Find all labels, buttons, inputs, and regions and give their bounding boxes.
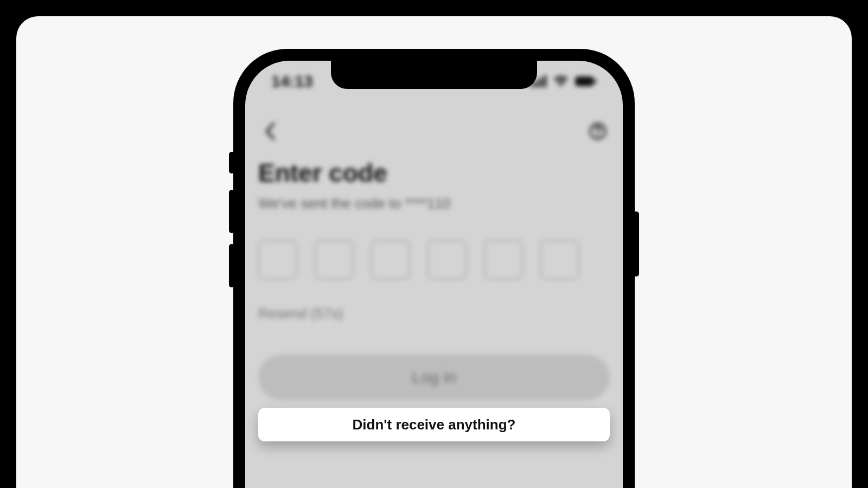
svg-point-7 — [597, 134, 599, 137]
otp-digit-3[interactable] — [371, 240, 410, 279]
otp-input-row — [258, 240, 610, 279]
page-title: Enter code — [258, 158, 610, 188]
page-subtitle: We've sent the code to ****110 — [258, 195, 610, 212]
phone-screen: 14:13 — [245, 61, 623, 488]
chevron-left-icon — [265, 123, 276, 140]
banner-text: Didn't receive anything? — [353, 416, 516, 433]
login-button[interactable]: Log in — [258, 355, 610, 400]
wifi-icon — [553, 75, 569, 87]
otp-digit-2[interactable] — [315, 240, 354, 279]
status-time: 14:13 — [271, 72, 313, 91]
app-card: 14:13 — [16, 16, 852, 488]
phone-volume-up — [229, 190, 234, 233]
svg-rect-1 — [535, 81, 538, 87]
content: Enter code We've sent the code to ****11… — [258, 158, 610, 400]
help-circle-icon — [589, 122, 607, 140]
resend-countdown: Resend (57s) — [258, 305, 610, 322]
status-indicators — [531, 75, 597, 87]
top-bar — [245, 119, 623, 143]
battery-icon — [575, 76, 597, 87]
phone-frame: 14:13 — [233, 49, 635, 488]
back-button[interactable] — [258, 119, 282, 143]
svg-rect-4 — [575, 76, 593, 86]
otp-digit-1[interactable] — [258, 240, 297, 279]
phone-notch — [331, 61, 537, 89]
otp-digit-6[interactable] — [540, 240, 579, 279]
canvas: 14:13 — [0, 0, 868, 488]
svg-rect-5 — [594, 79, 596, 84]
help-button[interactable] — [586, 119, 610, 143]
svg-rect-3 — [544, 75, 546, 87]
phone-power-button — [634, 211, 639, 277]
otp-digit-5[interactable] — [484, 240, 523, 279]
svg-rect-2 — [539, 78, 542, 87]
phone-mute-switch — [229, 152, 234, 174]
didnt-receive-banner[interactable]: Didn't receive anything? — [258, 408, 610, 441]
phone-volume-down — [229, 244, 234, 287]
otp-digit-4[interactable] — [427, 240, 467, 279]
